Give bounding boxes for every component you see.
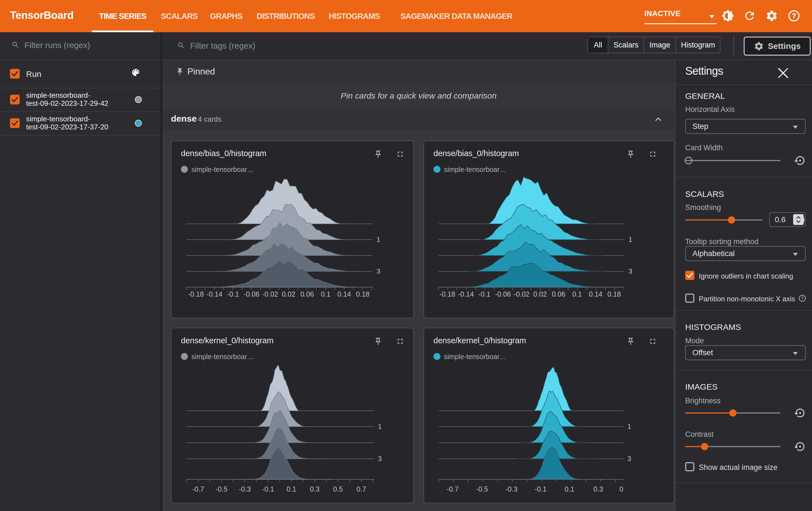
svg-text:-0.7: -0.7 — [192, 485, 204, 493]
svg-text:-0.5: -0.5 — [476, 485, 488, 493]
svg-text:-0.5: -0.5 — [215, 485, 227, 493]
svg-text:0.06: 0.06 — [300, 290, 314, 298]
svg-text:0.02: 0.02 — [533, 290, 547, 298]
svg-text:3: 3 — [628, 455, 631, 462]
svg-text:0.18: 0.18 — [607, 290, 621, 298]
svg-text:-0.1: -0.1 — [478, 290, 490, 298]
svg-text:3: 3 — [378, 455, 382, 462]
svg-text:-0.06: -0.06 — [244, 290, 259, 298]
svg-text:0: 0 — [619, 485, 623, 493]
svg-text:-0.14: -0.14 — [206, 290, 222, 298]
svg-text:-0.7: -0.7 — [446, 485, 459, 493]
svg-text:-0.14: -0.14 — [458, 290, 474, 298]
svg-text:?: ? — [792, 12, 796, 20]
svg-text:0.1: 0.1 — [565, 485, 575, 493]
svg-text:-0.18: -0.18 — [188, 290, 204, 298]
svg-text:0.1: 0.1 — [572, 290, 582, 298]
svg-text:0.14: 0.14 — [589, 290, 603, 298]
svg-text:0.1: 0.1 — [287, 485, 296, 493]
svg-text:-0.1: -0.1 — [534, 485, 546, 493]
svg-text:1: 1 — [628, 423, 631, 430]
svg-text:-0.02: -0.02 — [514, 290, 529, 298]
svg-text:3: 3 — [629, 267, 632, 275]
svg-text:3: 3 — [377, 267, 380, 275]
svg-text:0.02: 0.02 — [282, 290, 295, 298]
svg-text:1: 1 — [378, 423, 382, 430]
svg-text:0.5: 0.5 — [333, 485, 343, 493]
svg-text:0.18: 0.18 — [356, 290, 370, 298]
svg-text:-0.1: -0.1 — [227, 290, 239, 298]
svg-text:?: ? — [801, 296, 804, 301]
svg-text:-0.1: -0.1 — [262, 485, 274, 493]
svg-text:-0.3: -0.3 — [505, 485, 517, 493]
svg-text:-0.3: -0.3 — [239, 485, 251, 493]
svg-text:0.06: 0.06 — [552, 290, 565, 298]
svg-text:0.14: 0.14 — [338, 290, 351, 298]
svg-text:-0.18: -0.18 — [440, 290, 455, 298]
svg-text:0.1: 0.1 — [321, 290, 330, 298]
svg-text:-0.06: -0.06 — [495, 290, 511, 298]
svg-text:-0.02: -0.02 — [262, 290, 278, 298]
svg-text:0.3: 0.3 — [310, 485, 320, 493]
svg-text:0.3: 0.3 — [593, 485, 603, 493]
svg-text:0.7: 0.7 — [357, 485, 366, 493]
svg-text:1: 1 — [377, 236, 380, 243]
svg-text:1: 1 — [629, 236, 632, 243]
